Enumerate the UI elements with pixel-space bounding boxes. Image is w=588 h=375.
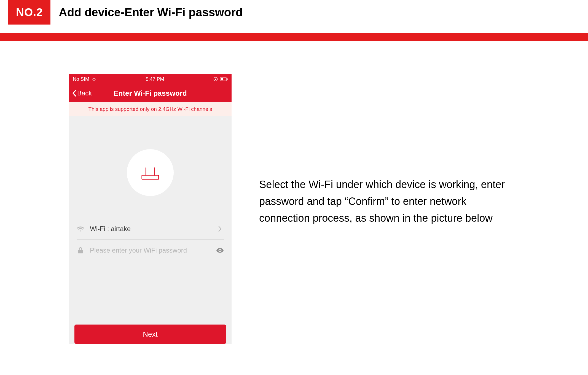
toggle-password-visibility[interactable]	[216, 247, 224, 254]
content-row: No SIM 5:47 PM	[0, 74, 588, 344]
status-bar: No SIM 5:47 PM	[69, 74, 232, 84]
wifi-select-row[interactable]: Wi-Fi : airtake	[77, 218, 224, 240]
fields-group: Wi-Fi : airtake	[69, 218, 232, 261]
lock-icon	[77, 247, 84, 254]
router-illustration-wrap	[69, 116, 232, 218]
phone-mockup: No SIM 5:47 PM	[69, 74, 232, 344]
info-banner: This app is supported only on 2.4GHz Wi-…	[69, 102, 232, 116]
battery-icon	[220, 77, 228, 81]
router-icon	[139, 162, 161, 184]
nav-bar: Back Enter Wi-Fi password	[69, 84, 232, 102]
password-row	[77, 240, 224, 261]
chevron-right-icon	[216, 225, 224, 233]
status-left: No SIM	[73, 76, 96, 82]
wifi-name-label: Wi-Fi : airtake	[90, 225, 211, 233]
status-time: 5:47 PM	[146, 76, 164, 82]
svg-rect-1	[215, 79, 216, 80]
chevron-left-icon	[72, 90, 77, 97]
svg-rect-4	[227, 78, 227, 80]
wifi-signal-icon	[92, 77, 96, 81]
step-number-badge: NO.2	[8, 0, 50, 25]
back-button[interactable]: Back	[69, 89, 92, 97]
status-right	[213, 77, 228, 81]
svg-rect-3	[221, 78, 223, 80]
next-button[interactable]: Next	[74, 325, 226, 344]
page-title: Add device-Enter Wi-Fi password	[59, 6, 243, 19]
svg-point-10	[219, 250, 221, 251]
svg-rect-9	[78, 250, 83, 253]
password-input[interactable]	[90, 247, 211, 254]
back-label: Back	[77, 89, 92, 97]
eye-icon	[216, 248, 224, 253]
wifi-icon	[77, 225, 84, 233]
step-description: Select the Wi-Fi under which device is w…	[259, 176, 507, 226]
carrier-text: No SIM	[73, 76, 89, 82]
svg-rect-5	[142, 175, 159, 179]
divider-bar	[0, 33, 588, 41]
orientation-lock-icon	[213, 77, 218, 81]
router-illustration	[127, 149, 174, 196]
nav-title: Enter Wi-Fi password	[69, 89, 232, 98]
page-header: NO.2 Add device-Enter Wi-Fi password	[0, 0, 588, 25]
